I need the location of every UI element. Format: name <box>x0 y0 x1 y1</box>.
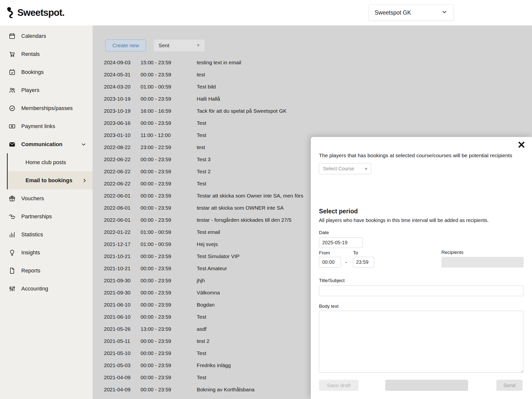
email-time: 00:00 - 23:59 <box>141 314 197 320</box>
sidebar-item-label: Communication <box>21 141 75 148</box>
sidebar-item-communication[interactable]: Communication <box>0 135 93 153</box>
email-time: 00:00 - 23:59 <box>141 253 197 259</box>
email-date: 2021-06-10 <box>104 314 141 320</box>
body-text-field[interactable] <box>319 311 523 373</box>
table-row[interactable]: 2024-09-0315:00 - 23:59testing text in e… <box>93 56 532 68</box>
email-date: 2021-05-10 <box>104 350 141 356</box>
envelope-icon <box>8 141 16 148</box>
email-time: 00:00 - 23:59 <box>141 362 197 368</box>
document-icon <box>8 267 16 274</box>
to-time-field[interactable] <box>353 257 374 267</box>
recipients-description: The players that has bookings at selecte… <box>319 152 517 159</box>
sidebar-item-email-to-bookings[interactable]: Email to bookings <box>8 171 93 189</box>
status-filter-value: Sent <box>159 43 169 48</box>
email-time: 00:00 - 23:59 <box>141 96 197 102</box>
sidebar-item-calendars[interactable]: Calendars <box>0 27 93 45</box>
email-date: 2021-09-30 <box>104 290 141 296</box>
send-button[interactable]: Send <box>496 380 523 391</box>
email-time: 00:00 - 23:59 <box>141 193 197 199</box>
sidebar-item-label: Players <box>21 87 87 93</box>
sidebar-item-label: Calendars <box>21 33 87 39</box>
club-selector-dropdown[interactable]: Sweetspot GK <box>368 4 454 21</box>
recipients-label: Recipients <box>441 250 463 255</box>
sidebar-item-label: Insights <box>21 249 87 256</box>
email-subject: Test bild <box>197 84 532 90</box>
banknote-icon <box>8 123 16 130</box>
email-date: 2021-12-17 <box>104 241 141 247</box>
sidebar-item-rentals[interactable]: Rentals <box>0 45 93 63</box>
table-row[interactable]: 2024-03-2001:00 - 00:59Test bild <box>93 81 532 93</box>
gift-icon <box>8 195 16 202</box>
email-time: 00:00 - 23:59 <box>141 266 197 271</box>
status-filter-dropdown[interactable]: Sent ▼ <box>154 40 205 51</box>
email-time: 00:00 - 23:59 <box>141 181 197 187</box>
sliders-icon <box>8 285 16 292</box>
sidebar-item-accounting[interactable]: Accounting <box>0 280 93 298</box>
chevron-down-icon <box>81 141 87 147</box>
date-label: Date <box>319 230 329 235</box>
email-time: 00:00 - 23:59 <box>141 387 197 393</box>
recipients-field[interactable] <box>441 257 524 267</box>
email-date: 2022-01-22 <box>104 229 141 235</box>
sidebar-item-insights[interactable]: Insights <box>0 244 93 262</box>
email-date: 2021-05-26 <box>104 326 141 332</box>
sidebar-item-partnerships[interactable]: Partnerships <box>0 207 93 225</box>
sweetspot-logo-icon <box>6 7 15 19</box>
email-time: 01:00 - 00:59 <box>141 241 197 247</box>
create-new-button[interactable]: Create new <box>105 40 146 51</box>
secondary-action-button[interactable] <box>385 380 468 391</box>
email-time: 00:00 - 23:59 <box>141 338 197 344</box>
email-subject: test <box>197 72 532 78</box>
table-row[interactable]: 2023-06-1600:00 - 23:59Test <box>93 117 532 129</box>
email-date: 2021-04-09 <box>104 387 141 393</box>
sidebar-item-bookings[interactable]: Bookings <box>0 63 93 81</box>
email-date: 2021-10-21 <box>104 266 141 271</box>
communication-submenu: Home club postsEmail to bookings <box>7 153 93 189</box>
email-date: 2024-03-20 <box>104 84 141 90</box>
email-date: 2022-06-01 <box>104 193 141 199</box>
sidebar-item-home-club-posts[interactable]: Home club posts <box>8 153 93 171</box>
date-field[interactable] <box>319 237 363 248</box>
email-date: 2021-09-30 <box>104 278 141 284</box>
sidebar: CalendarsRentalsBookingsPlayersMembershi… <box>0 25 93 399</box>
cart-icon <box>8 50 16 58</box>
email-time: 00:00 - 23:59 <box>141 205 197 211</box>
table-row[interactable]: 2023-10-1900:00 - 23:59Halli Hallå <box>93 93 532 105</box>
select-course-dropdown[interactable]: Select Course ▼ <box>319 163 371 174</box>
sidebar-item-players[interactable]: Players <box>0 81 93 99</box>
email-date: 2021-05-11 <box>104 338 141 344</box>
chevron-right-icon <box>82 177 88 183</box>
save-draft-button[interactable]: Save draft <box>319 380 359 391</box>
sidebar-item-memberships-passes[interactable]: Memberships/passes <box>0 99 93 117</box>
chevron-down-icon: ▼ <box>196 43 200 48</box>
sidebar-item-vouchers[interactable]: Vouchers <box>0 189 93 207</box>
email-time: 00:00 - 23:59 <box>141 278 197 284</box>
from-time-field[interactable] <box>319 257 341 267</box>
table-row[interactable]: 2023-10-1916:00 - 16:59Tack för att du s… <box>93 105 532 117</box>
sidebar-nav: CalendarsRentalsBookingsPlayersMembershi… <box>0 27 93 298</box>
close-icon[interactable]: ✕ <box>517 140 526 150</box>
email-subject: Test <box>197 120 532 126</box>
calendar-icon <box>8 32 16 40</box>
from-label: From <box>319 250 330 256</box>
select-course-placeholder: Select Course <box>323 166 354 172</box>
email-date: 2022-06-22 <box>104 169 141 175</box>
club-selector-value: Sweetspot GK <box>375 9 411 16</box>
sidebar-item-payment-links[interactable]: Payment links <box>0 117 93 135</box>
brand-name: Sweetspot. <box>17 7 65 18</box>
sidebar-item-label: Payment links <box>21 123 87 130</box>
sidebar-item-reports[interactable]: Reports <box>0 262 93 280</box>
title-subject-field[interactable] <box>319 285 523 296</box>
top-header: Sweetspot. Sweetspot GK <box>0 0 532 25</box>
email-date: 2021-05-03 <box>104 362 141 368</box>
email-time: 00:00 - 23:59 <box>141 120 197 126</box>
email-time: 23:00 - 22:59 <box>141 144 197 150</box>
email-date: 2021-04-09 <box>104 375 141 380</box>
email-date: 2022-06-01 <box>104 205 141 211</box>
table-row[interactable]: 2024-05-3100:00 - 23:59test <box>93 68 532 81</box>
email-date: 2023-10-19 <box>104 96 141 102</box>
sidebar-item-statistics[interactable]: Statistics <box>0 225 93 244</box>
email-date: 2024-09-03 <box>104 60 141 66</box>
email-date: 2023-01-10 <box>104 132 141 138</box>
sidebar-item-label: Accounting <box>21 286 87 292</box>
